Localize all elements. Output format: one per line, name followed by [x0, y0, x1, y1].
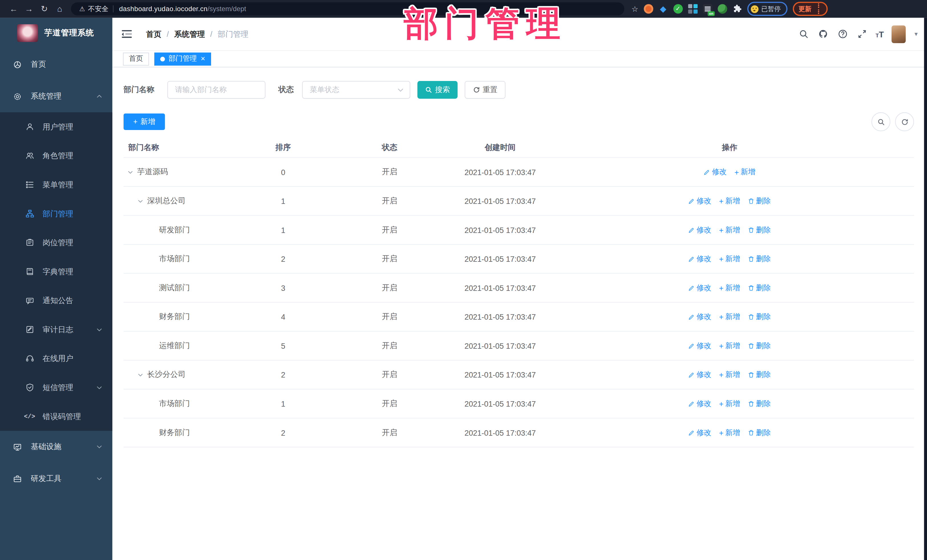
- row-action-delete[interactable]: 删除: [748, 370, 771, 379]
- row-action-delete[interactable]: 删除: [748, 312, 771, 322]
- row-action-edit[interactable]: 修改: [688, 341, 711, 351]
- row-action-delete[interactable]: 删除: [748, 428, 771, 438]
- row-action-add[interactable]: +新增: [719, 225, 740, 235]
- status-cell: 开启: [324, 340, 455, 351]
- font-size-icon[interactable]: TT: [876, 29, 884, 39]
- sidebar-item-dept-management[interactable]: 部门管理: [0, 199, 112, 228]
- ext-shield-orange-icon[interactable]: [643, 4, 653, 14]
- sidebar-item-online-users[interactable]: 在线用户: [0, 344, 112, 373]
- row-action-delete[interactable]: 删除: [748, 254, 771, 264]
- search-icon[interactable]: [798, 28, 809, 39]
- help-icon[interactable]: [837, 28, 848, 39]
- ext-switch-on-icon[interactable]: on: [703, 4, 712, 14]
- sidebar-item-label: 审计日志: [43, 324, 73, 335]
- sidebar-item-notice-announcement[interactable]: 通知公告: [0, 286, 112, 315]
- breadcrumb-item[interactable]: 首页: [146, 29, 161, 39]
- row-action-add[interactable]: +新增: [719, 399, 740, 408]
- row-action-add[interactable]: +新增: [719, 341, 740, 351]
- refresh-table-button[interactable]: [895, 112, 914, 131]
- row-action-label: 修改: [696, 341, 711, 351]
- row-action-edit[interactable]: 修改: [688, 428, 711, 438]
- home-icon[interactable]: ⌂: [52, 4, 67, 14]
- browser-profile-button[interactable]: 已暂停: [747, 2, 787, 16]
- row-action-edit[interactable]: 修改: [688, 283, 711, 293]
- row-action-add[interactable]: +新增: [719, 196, 740, 206]
- row-action-label: 删除: [756, 283, 771, 293]
- row-action-label: 修改: [696, 428, 711, 438]
- row-action-edit[interactable]: 修改: [688, 196, 711, 206]
- sidebar-item-error-code-management[interactable]: </>错误码管理: [0, 402, 112, 431]
- sort-cell: 1: [242, 226, 324, 234]
- row-action-delete[interactable]: 删除: [748, 399, 771, 408]
- sidebar-item-label: 菜单管理: [43, 179, 73, 190]
- row-action-add[interactable]: +新增: [719, 254, 740, 264]
- forward-icon[interactable]: →: [21, 4, 37, 14]
- sidebar-item-label: 首页: [31, 59, 46, 70]
- row-action-delete[interactable]: 删除: [748, 225, 771, 235]
- sidebar-item-user-management[interactable]: 用户管理: [0, 112, 112, 141]
- add-dept-button[interactable]: + 新增: [123, 114, 165, 130]
- row-action-edit[interactable]: 修改: [704, 167, 727, 177]
- sidebar-item-role-management[interactable]: 角色管理: [0, 141, 112, 170]
- expand-row-icon[interactable]: [137, 372, 144, 378]
- sidebar-item-audit-log[interactable]: 审计日志: [0, 315, 112, 344]
- sidebar-item-post-management[interactable]: 岗位管理: [0, 228, 112, 257]
- create-time-cell: 2021-01-05 17:03:47: [455, 226, 545, 234]
- window-scrollbar-edge[interactable]: [924, 18, 927, 560]
- avatar-caret-down-icon[interactable]: ▼: [913, 31, 918, 37]
- back-icon[interactable]: ←: [6, 4, 21, 14]
- reload-icon[interactable]: ↻: [37, 4, 52, 14]
- row-action-edit[interactable]: 修改: [688, 399, 711, 408]
- row-action-add[interactable]: +新增: [719, 428, 740, 438]
- sidebar-item-system-management[interactable]: 系统管理: [0, 80, 112, 112]
- sidebar-item-dev-tools[interactable]: 研发工具: [0, 463, 112, 495]
- sidebar-item-label: 在线用户: [43, 353, 73, 364]
- status-select[interactable]: 菜单状态: [302, 81, 410, 99]
- sidebar-item-home[interactable]: 首页: [0, 49, 112, 80]
- sidebar-item-dict-management[interactable]: 字典管理: [0, 257, 112, 286]
- row-action-delete[interactable]: 删除: [748, 341, 771, 351]
- row-action-edit[interactable]: 修改: [688, 312, 711, 322]
- expand-row-icon[interactable]: [137, 197, 144, 204]
- row-action-add[interactable]: +新增: [719, 370, 740, 379]
- close-tab-icon[interactable]: ✕: [201, 56, 205, 62]
- bookmark-star-icon[interactable]: ☆: [632, 5, 638, 14]
- row-action-edit[interactable]: 修改: [688, 370, 711, 379]
- dept-name-input[interactable]: 请输入部门名称: [167, 81, 266, 99]
- row-action-delete[interactable]: 删除: [748, 196, 771, 206]
- fullscreen-icon[interactable]: [856, 28, 868, 39]
- search-button[interactable]: 搜索: [417, 81, 457, 99]
- sidebar-item-infrastructure[interactable]: 基础设施: [0, 431, 112, 463]
- extensions-puzzle-icon[interactable]: [732, 4, 742, 14]
- reset-button[interactable]: 重置: [465, 81, 505, 99]
- user-avatar[interactable]: [892, 25, 906, 43]
- create-time-cell: 2021-01-05 17:03:47: [455, 196, 545, 205]
- ext-gem-icon[interactable]: ◆: [658, 4, 668, 14]
- row-action-delete[interactable]: 删除: [748, 283, 771, 293]
- sidebar-item-menu-management[interactable]: 菜单管理: [0, 170, 112, 199]
- row-action-add[interactable]: +新增: [734, 167, 755, 177]
- row-action-label: 修改: [712, 167, 727, 177]
- ext-grid-icon[interactable]: [688, 4, 698, 14]
- expand-row-icon[interactable]: [127, 169, 134, 175]
- collapse-sidebar-icon[interactable]: [122, 30, 132, 38]
- breadcrumb-item[interactable]: 系统管理: [174, 29, 205, 39]
- ext-check-icon[interactable]: ✓: [673, 4, 682, 14]
- row-action-add[interactable]: +新增: [719, 312, 740, 322]
- ext-green-icon[interactable]: [718, 4, 727, 14]
- tab-label: 首页: [129, 54, 143, 64]
- row-action-add[interactable]: +新增: [719, 283, 740, 293]
- github-icon[interactable]: [817, 28, 829, 39]
- app-logo[interactable]: 芋道管理系统: [0, 18, 112, 49]
- address-bar[interactable]: ⚠ 不安全 dashboard.yudao.iocoder.cn/system/…: [71, 2, 625, 15]
- tab-首页[interactable]: 首页: [123, 52, 149, 65]
- browser-update-button[interactable]: 更新 ⋮⋮: [793, 2, 827, 16]
- status-select-value: 菜单状态: [310, 85, 339, 95]
- sidebar-item-sms-management[interactable]: 短信管理: [0, 373, 112, 402]
- create-time-cell: 2021-01-05 17:03:47: [455, 399, 545, 408]
- toggle-search-button[interactable]: [871, 112, 890, 131]
- create-time-cell: 2021-01-05 17:03:47: [455, 254, 545, 263]
- row-action-edit[interactable]: 修改: [688, 254, 711, 264]
- row-action-edit[interactable]: 修改: [688, 225, 711, 235]
- tab-部门管理[interactable]: 部门管理✕: [154, 52, 211, 65]
